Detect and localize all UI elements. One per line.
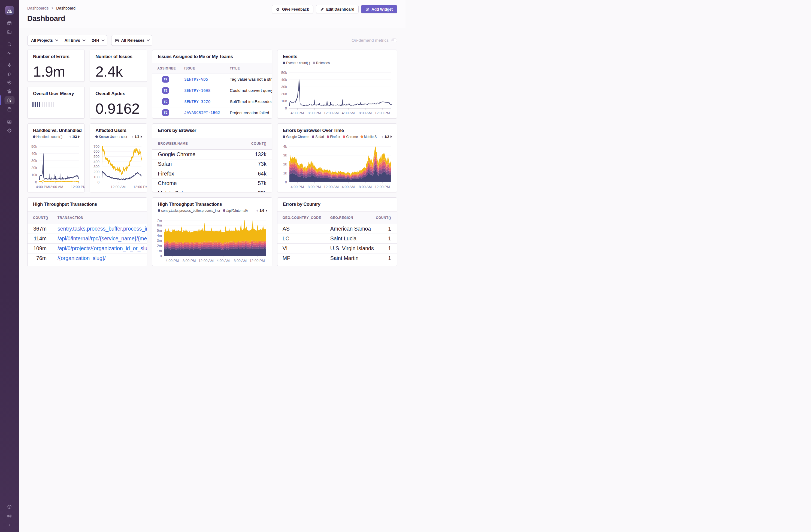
svg-text:0: 0: [160, 254, 162, 258]
legend-item[interactable]: Safari: [312, 135, 324, 139]
col-issue[interactable]: ISSUE: [184, 66, 230, 70]
plus-circle-icon: [365, 7, 369, 11]
svg-text:8:00 PM: 8:00 PM: [308, 185, 321, 189]
issue-link[interactable]: SENTRY-16H8: [184, 88, 210, 93]
svg-text:12:00 PM: 12:00 PM: [133, 185, 147, 189]
col-count[interactable]: COUNT(): [376, 216, 397, 220]
svg-text:8:00 AM: 8:00 AM: [358, 185, 372, 189]
browser-count: 64k: [258, 171, 272, 177]
dashboards-icon: [7, 98, 12, 103]
svg-text:10k: 10k: [281, 99, 287, 103]
ondemand-metrics-toggle[interactable]: [391, 39, 397, 42]
country-region: American Samoa: [330, 226, 388, 232]
sidebar-item-stats[interactable]: [0, 118, 19, 126]
txn-link[interactable]: sentry.tasks.process_buffer.process_incr: [58, 226, 147, 232]
date-range-filter[interactable]: 24H: [88, 35, 107, 46]
page-title: Dashboard: [27, 14, 65, 23]
col-browser-name[interactable]: BROWSER.NAME: [152, 142, 251, 146]
sidebar-item-alerts[interactable]: [0, 87, 19, 96]
widget-title: Errors by Browser: [152, 124, 272, 134]
col-count[interactable]: COUNT(): [251, 142, 272, 146]
issue-link[interactable]: SENTRY-32ZQ: [184, 100, 210, 104]
releases-filter[interactable]: All Releases: [111, 35, 152, 46]
edit-dashboard-label: Edit Dashboard: [326, 7, 354, 12]
pager-next-icon[interactable]: [266, 209, 267, 212]
legend-item[interactable]: Handled : count( ): [33, 135, 62, 139]
issue-row: TE SENTRY-VD5 Tag value was not a string: [152, 74, 272, 85]
col-assignee[interactable]: ASSIGNEE: [152, 66, 184, 70]
col-title[interactable]: TITLE: [230, 66, 272, 70]
errors-by-browser-table: BROWSER.NAME COUNT() Google Chrome 132k …: [152, 134, 272, 192]
legend-item[interactable]: Mobile S: [361, 135, 377, 139]
svg-text:4:00 PM: 4:00 PM: [166, 259, 179, 263]
svg-text:12:00 PM: 12:00 PM: [375, 111, 390, 115]
pager-prev-icon[interactable]: [382, 135, 383, 138]
sidebar-item-feedback[interactable]: [0, 70, 19, 78]
sidebar-item-settings[interactable]: [0, 126, 19, 135]
sidebar-item-performance[interactable]: [0, 49, 19, 58]
environment-filter[interactable]: All Envs: [61, 35, 88, 46]
countries-table: GEO.COUNTRY_CODE GEO.REGION COUNT() AS A…: [277, 208, 397, 266]
sentry-logo[interactable]: [5, 6, 14, 15]
txn-link[interactable]: /api/0/internal/rpc/{service_name}/{meth…: [58, 235, 147, 242]
pager-next-icon[interactable]: [141, 135, 142, 138]
pencil-icon: [320, 7, 324, 11]
svg-text:0: 0: [97, 180, 100, 184]
legend-item[interactable]: Known Users : cour: [95, 135, 127, 139]
browser-name: Firefox: [152, 171, 258, 177]
issue-title: Project creation failed: [230, 110, 272, 115]
pager-prev-icon[interactable]: [132, 135, 133, 138]
browser-count: 73k: [258, 161, 272, 167]
breadcrumb-dashboards[interactable]: Dashboards: [27, 6, 48, 10]
siren-icon: [7, 89, 12, 93]
widget-title: Errors by Country: [277, 198, 397, 208]
svg-text:4:00 AM: 4:00 AM: [217, 259, 230, 263]
edit-dashboard-button[interactable]: Edit Dashboard: [316, 5, 358, 13]
sidebar-item-dashboards[interactable]: [0, 95, 19, 105]
col-transaction[interactable]: TRANSACTION: [58, 216, 147, 220]
legend-item[interactable]: sentry.tasks.process_buffer.process_incr: [158, 209, 220, 213]
svg-text:10k: 10k: [31, 173, 37, 177]
legend-item[interactable]: Chrome: [343, 135, 358, 139]
legend-label: Google Chrome: [286, 135, 309, 139]
txn-link[interactable]: /{organization_slug}/: [58, 255, 147, 261]
pager-prev-icon[interactable]: [69, 135, 71, 138]
sidebar-item-issues[interactable]: [0, 19, 19, 28]
svg-text:1m: 1m: [157, 249, 162, 253]
legend-item[interactable]: Firefox: [327, 135, 340, 139]
project-filter[interactable]: All Projects: [28, 35, 61, 46]
col-region[interactable]: GEO.REGION: [330, 216, 376, 220]
browser-count: 33k: [258, 190, 272, 193]
legend-item[interactable]: Google Chrome: [283, 135, 309, 139]
legend-dot: [283, 135, 285, 138]
misery-bar-empty: [48, 102, 50, 107]
legend-item[interactable]: Releases: [313, 61, 330, 65]
issue-link[interactable]: JAVASCRIPT-1BG2: [184, 110, 220, 115]
pager-next-icon[interactable]: [78, 135, 80, 138]
add-widget-button[interactable]: Add Widget: [361, 5, 397, 13]
svg-text:20k: 20k: [281, 92, 287, 96]
country-region: Saint Martin: [330, 255, 388, 261]
col-count[interactable]: COUNT(): [33, 216, 58, 220]
txn-link[interactable]: /api/0/projects/{organization_id_or_slug…: [58, 245, 147, 252]
sidebar-item-projects[interactable]: [0, 28, 19, 36]
sidebar-item-search[interactable]: [0, 40, 19, 49]
pager-next-icon[interactable]: [391, 135, 392, 138]
sidebar-item-quickstart[interactable]: [0, 61, 19, 70]
svg-text:0: 0: [285, 106, 287, 110]
high-throughput-chart: 01m2m3m4m5m6m7m4:00 PM8:00 PM12:00 AM4:0…: [152, 215, 272, 266]
legend-item[interactable]: Events : count( ): [283, 61, 310, 65]
legend-item[interactable]: /api/0/internal/r: [223, 209, 248, 213]
chart-legend: sentry.tasks.process_buffer.process_incr…: [152, 208, 272, 213]
chart-canvas: 01m2m3m4m5m6m7m4:00 PM8:00 PM12:00 AM4:0…: [152, 215, 272, 266]
svg-text:4:00 AM: 4:00 AM: [342, 111, 355, 115]
give-feedback-button[interactable]: Give Feedback: [272, 5, 313, 13]
sidebar-item-releases[interactable]: [0, 105, 19, 114]
issue-link[interactable]: SENTRY-VD5: [184, 77, 208, 81]
pager-prev-icon[interactable]: [257, 209, 258, 212]
col-country-code[interactable]: GEO.COUNTRY_CODE: [277, 216, 330, 220]
errors-value: 1.9m: [33, 63, 65, 80]
sidebar-item-replays[interactable]: [0, 78, 19, 87]
browser-count: 132k: [255, 151, 272, 157]
chart-canvas: 01k2k3k4k4:00 PM8:00 PM12:00 AM4:00 AM8:…: [277, 141, 397, 192]
